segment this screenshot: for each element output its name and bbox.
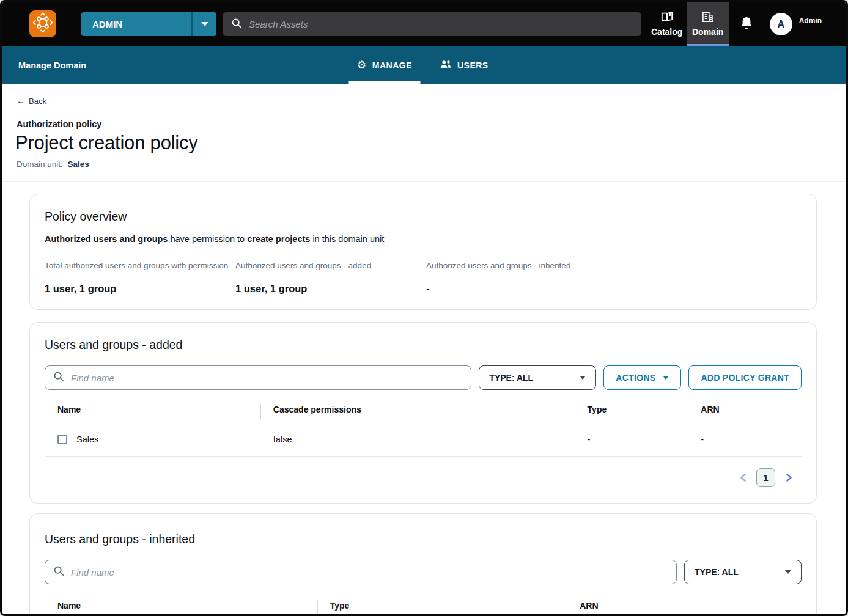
column-header-name: Name	[45, 601, 317, 610]
page-number-button[interactable]: 1	[756, 468, 775, 487]
chevron-down-icon	[663, 376, 669, 380]
users-inherited-table: Name Type ARN	[45, 601, 802, 616]
sentence-bold-create: create projects	[247, 234, 310, 244]
column-header-cascade: Cascade permissions	[260, 405, 575, 414]
asset-search-input[interactable]	[249, 19, 633, 29]
back-arrow-icon: ←	[17, 97, 24, 106]
catalog-book-icon	[661, 12, 673, 24]
users-inherited-card: Users and groups - inherited TYPE: ALL N…	[29, 513, 817, 616]
policy-overview-sentence: Authorized users and groups have permiss…	[45, 234, 802, 244]
stat-total: Total authorized users and groups with p…	[45, 261, 235, 295]
column-header-type: Type	[575, 405, 688, 414]
users-icon	[440, 60, 452, 71]
topnav-catalog-label: Catalog	[651, 27, 682, 37]
actions-button-label: ACTIONS	[616, 373, 655, 383]
stat-total-label: Total authorized users and groups with p…	[45, 261, 235, 270]
stat-total-value: 1 user, 1 group	[45, 283, 235, 295]
user-menu[interactable]: A Admin	[770, 13, 822, 46]
asset-search-bar[interactable]	[223, 12, 641, 36]
datazone-logo-icon	[32, 12, 53, 35]
datazone-logo[interactable]	[29, 10, 56, 37]
scope-dropdown-caret[interactable]	[191, 12, 216, 36]
sentence-tail: in this domain unit	[310, 234, 384, 244]
users-inherited-search[interactable]	[45, 560, 677, 584]
search-icon	[231, 18, 242, 31]
back-link-label: Back	[29, 97, 46, 106]
search-icon	[53, 371, 64, 384]
users-inherited-toolbar: TYPE: ALL	[45, 560, 802, 584]
gear-icon: ⚙	[357, 60, 367, 70]
add-policy-grant-label: ADD POLICY GRANT	[701, 373, 789, 383]
domain-nav-bar: Manage Domain ⚙ MANAGE USERS	[2, 46, 846, 84]
stat-inherited-label: Authorized users and groups - inherited	[426, 261, 617, 270]
topnav-catalog[interactable]: Catalog	[647, 2, 687, 46]
topnav-domain-label: Domain	[692, 27, 723, 37]
sentence-bold-authorized: Authorized users and groups	[45, 234, 168, 244]
chevron-down-icon	[785, 570, 791, 574]
column-header-arn: ARN	[567, 601, 802, 610]
users-inherited-table-header: Name Type ARN	[45, 601, 802, 616]
tab-users-label: USERS	[457, 61, 489, 70]
users-added-table-header: Name Cascade permissions Type ARN	[45, 405, 802, 424]
policy-overview-card: Policy overview Authorized users and gro…	[29, 194, 817, 310]
policy-eyebrow: Authorization policy	[17, 119, 831, 129]
users-added-card: Users and groups - added TYPE: ALL ACTIO…	[29, 322, 817, 504]
search-icon	[53, 565, 64, 579]
row-cascade-cell: false	[260, 435, 575, 444]
column-header-arn: ARN	[688, 405, 802, 414]
tab-manage[interactable]: ⚙ MANAGE	[357, 46, 412, 84]
scope-dropdown-label: ADMIN	[81, 12, 191, 36]
sentence-mid: have permission to	[168, 234, 247, 244]
row-type-cell: -	[575, 435, 688, 444]
type-filter-label: TYPE: ALL	[489, 373, 533, 383]
users-added-search[interactable]	[45, 365, 471, 390]
column-header-type: Type	[317, 601, 567, 610]
row-checkbox[interactable]	[57, 435, 67, 444]
users-added-table: Name Cascade permissions Type ARN Sales …	[45, 405, 802, 457]
back-link[interactable]: ← Back	[17, 97, 46, 106]
avatar[interactable]: A	[770, 13, 792, 35]
row-name-value: Sales	[76, 435, 98, 444]
app-window: ADMIN Catalog	[0, 0, 848, 616]
stat-added: Authorized users and groups - added 1 us…	[235, 261, 426, 295]
stat-added-value: 1 user, 1 group	[235, 283, 426, 295]
policy-stats: Total authorized users and groups with p…	[45, 261, 802, 295]
users-inherited-title: Users and groups - inherited	[45, 532, 802, 546]
top-bar: ADMIN Catalog	[2, 2, 846, 46]
manage-domain-label: Manage Domain	[18, 61, 86, 70]
domain-building-icon	[702, 12, 714, 24]
pagination: 1	[45, 468, 797, 487]
row-arn-cell: -	[688, 435, 802, 444]
page-title: Project creation policy	[15, 132, 831, 154]
policy-overview-title: Policy overview	[45, 210, 802, 224]
tab-users[interactable]: USERS	[440, 46, 489, 84]
page-header: ← Back Authorization policy Project crea…	[2, 84, 846, 182]
users-inherited-search-input[interactable]	[71, 567, 668, 578]
next-page-button[interactable]	[781, 470, 797, 486]
stat-added-label: Authorized users and groups - added	[235, 261, 426, 270]
column-header-name: Name	[45, 405, 260, 414]
previous-page-button[interactable]	[735, 470, 751, 486]
users-added-title: Users and groups - added	[45, 338, 802, 352]
users-added-toolbar: TYPE: ALL ACTIONS ADD POLICY GRANT	[45, 365, 802, 390]
stat-inherited-value: -	[426, 283, 617, 295]
bell-icon	[740, 16, 753, 33]
row-name-cell: Sales	[45, 435, 260, 444]
type-filter-label: TYPE: ALL	[695, 567, 739, 577]
chevron-down-icon	[580, 376, 586, 380]
scope-dropdown[interactable]: ADMIN	[81, 12, 216, 36]
users-inherited-type-filter[interactable]: TYPE: ALL	[684, 560, 802, 584]
notifications-button[interactable]	[729, 2, 764, 46]
domain-unit-line: Domain unit: Sales	[17, 160, 831, 169]
add-policy-grant-button[interactable]: ADD POLICY GRANT	[688, 365, 802, 390]
users-added-type-filter[interactable]: TYPE: ALL	[479, 365, 596, 390]
domain-tabs: ⚙ MANAGE USERS	[357, 46, 489, 84]
table-row: Sales false - -	[45, 424, 802, 457]
chevron-down-icon	[201, 22, 208, 26]
actions-button[interactable]: ACTIONS	[603, 365, 681, 390]
user-name-label: Admin	[799, 16, 822, 25]
topnav-domain[interactable]: Domain	[687, 2, 729, 46]
tab-manage-label: MANAGE	[372, 61, 412, 70]
users-added-search-input[interactable]	[71, 373, 463, 383]
domain-unit-label: Domain unit:	[17, 160, 63, 169]
